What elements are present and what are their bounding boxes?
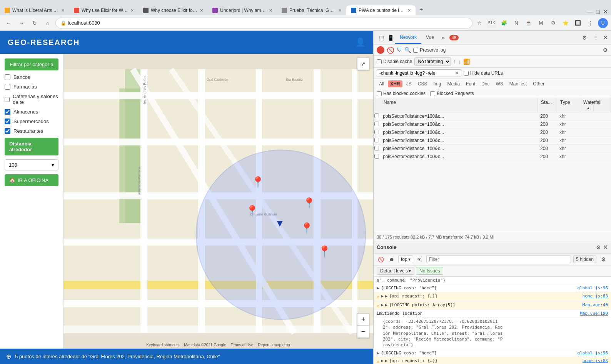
- almacenes-checkbox[interactable]: [5, 109, 10, 115]
- disable-cache-input[interactable]: [377, 59, 382, 64]
- console-link-6[interactable]: global.js:96: [578, 350, 608, 356]
- tab-close-3[interactable]: ✕: [200, 8, 203, 13]
- preserve-log-input[interactable]: [413, 48, 418, 53]
- console-arrow-6[interactable]: ▶: [377, 350, 379, 356]
- tab-close-4[interactable]: ✕: [269, 8, 272, 13]
- network-row-2[interactable]: poisSector?distance=100&c... 200 xhr: [374, 129, 611, 137]
- preserve-log-checkbox[interactable]: Preserve log: [413, 47, 446, 53]
- network-row-1[interactable]: poisSector?distance=100&c... 200 xhr: [374, 120, 611, 129]
- map-marker-3[interactable]: 📍: [302, 197, 316, 210]
- more-icon[interactable]: ⋮: [586, 18, 595, 28]
- filter-all[interactable]: All: [377, 80, 386, 87]
- network-settings-icon[interactable]: ⚙: [603, 47, 608, 53]
- filter-manifest[interactable]: Manifest: [507, 80, 529, 87]
- supermercados-checkbox[interactable]: [5, 119, 10, 124]
- distance-button[interactable]: Distancia alrededor: [5, 138, 58, 155]
- tab-2[interactable]: Why use Elixir for Web Dev... ✕: [69, 5, 139, 15]
- filter-font[interactable]: Font: [464, 80, 477, 87]
- nav-icon-3[interactable]: ☕: [524, 18, 533, 28]
- row-check-5[interactable]: [374, 153, 381, 160]
- keyboard-shortcuts-link[interactable]: Keyboard shortcuts: [146, 343, 179, 347]
- tab-close-1[interactable]: ✕: [61, 8, 65, 13]
- console-expand-2b[interactable]: ▶: [385, 293, 388, 299]
- terms-link[interactable]: Terms of Use: [230, 343, 253, 347]
- category-cafeterias[interactable]: Cafeterias y salones de te: [5, 94, 58, 105]
- search-button[interactable]: 🔍: [404, 47, 411, 53]
- console-eye-button[interactable]: 👁: [416, 255, 424, 264]
- console-link-3[interactable]: Map.vue:40: [583, 302, 608, 308]
- map-expand-button[interactable]: ⤢: [357, 58, 369, 70]
- devtools-more-tabs[interactable]: »: [439, 33, 448, 42]
- tab-1[interactable]: What is Liberal Arts Educati... ✕: [0, 5, 69, 15]
- filter-clear-icon[interactable]: ✕: [455, 70, 459, 76]
- filter-button[interactable]: ⛉: [397, 47, 402, 53]
- restore-icon[interactable]: □: [596, 8, 600, 15]
- minimize-icon[interactable]: —: [587, 8, 593, 15]
- console-settings-btn[interactable]: ⚙: [599, 255, 608, 264]
- console-close-button[interactable]: ✕: [603, 244, 608, 251]
- hide-data-urls-checkbox[interactable]: Hide data URLs: [464, 70, 503, 76]
- console-link-2[interactable]: home.js:83: [583, 293, 608, 299]
- farmacias-checkbox[interactable]: [5, 84, 10, 90]
- map-marker-1[interactable]: 📍: [251, 176, 265, 189]
- disable-cache-checkbox[interactable]: Disable cache: [377, 59, 412, 64]
- console-arrow-1[interactable]: ▶: [377, 285, 379, 291]
- filter-js[interactable]: JS: [404, 80, 414, 87]
- reload-button[interactable]: ↻: [29, 18, 40, 28]
- tab-close-5[interactable]: ✕: [338, 8, 342, 13]
- nav-icon-6[interactable]: ⭐: [561, 18, 570, 28]
- address-bar[interactable]: 🔒 localhost:8080: [55, 18, 472, 28]
- clear-button[interactable]: 🚫: [387, 47, 394, 54]
- network-row-5[interactable]: poisSector?distance=100&c... 200 xhr: [374, 153, 611, 161]
- map-marker-5[interactable]: 📍: [318, 245, 331, 258]
- devtools-close-button[interactable]: ✕: [603, 34, 608, 41]
- filter-xhr[interactable]: XHR: [388, 80, 402, 87]
- close-window-icon[interactable]: ✕: [603, 8, 608, 15]
- distance-select[interactable]: 100 ▾: [5, 159, 58, 170]
- zoom-out-button[interactable]: −: [357, 326, 369, 338]
- extension-icon[interactable]: 51K: [487, 18, 496, 28]
- console-expand-2[interactable]: ▶: [381, 293, 384, 299]
- devtools-settings-icon[interactable]: ⚙: [580, 33, 589, 42]
- home-button[interactable]: ⌂: [42, 18, 53, 28]
- has-blocked-cookies-checkbox[interactable]: Has blocked cookies: [377, 91, 426, 96]
- network-row-3[interactable]: poisSector?distance=100&c... 200 xhr: [374, 137, 611, 145]
- console-link-7[interactable]: home.js:83: [583, 358, 608, 364]
- throttling-select[interactable]: No throttling: [414, 57, 451, 66]
- tab-network[interactable]: Network: [395, 32, 421, 44]
- network-row-4[interactable]: poisSector?distance=100&c... 200 xhr: [374, 145, 611, 153]
- no-issues-button[interactable]: No Issues: [416, 267, 443, 275]
- user-icon[interactable]: 👤: [355, 37, 366, 47]
- bancos-checkbox[interactable]: [5, 74, 10, 80]
- tab-6[interactable]: PWA de puntos de interés ... ✕: [346, 5, 416, 15]
- row-check-0[interactable]: [374, 113, 381, 120]
- bookmark-icon[interactable]: ☆: [475, 18, 484, 28]
- office-button[interactable]: 🏠 IR A OFICINA: [5, 174, 58, 186]
- hide-data-urls-input[interactable]: [464, 71, 469, 76]
- category-bancos[interactable]: Bancos: [5, 74, 58, 80]
- map-marker-4[interactable]: 📍: [300, 222, 314, 235]
- back-button[interactable]: ←: [3, 18, 14, 28]
- row-check-1[interactable]: [374, 121, 381, 128]
- console-filter-input[interactable]: [426, 255, 571, 263]
- console-record-button[interactable]: ⏺: [387, 255, 396, 264]
- user-avatar[interactable]: U: [598, 18, 608, 28]
- blocked-requests-input[interactable]: [430, 91, 435, 96]
- restaurantes-checkbox[interactable]: [5, 128, 10, 134]
- category-restaurantes[interactable]: Restaurantes: [5, 128, 58, 134]
- filter-img[interactable]: Img: [431, 80, 443, 87]
- console-settings-icon[interactable]: ⚙: [594, 243, 603, 252]
- category-almacenes[interactable]: Almacenes: [5, 109, 58, 115]
- nav-icon-7[interactable]: 🔲: [573, 18, 583, 28]
- tab-vue[interactable]: Vue: [421, 32, 439, 44]
- report-link[interactable]: Report a map error: [258, 343, 290, 347]
- extensions-icon[interactable]: 🧩: [499, 18, 509, 28]
- console-expand-7[interactable]: ▶: [381, 358, 384, 364]
- row-check-2[interactable]: [374, 129, 381, 136]
- filter-doc[interactable]: Doc: [479, 80, 492, 87]
- network-row-0[interactable]: poisSector?distance=100&c... 200 xhr: [374, 112, 611, 120]
- devtools-device-icon[interactable]: 📱: [386, 33, 395, 42]
- nav-icon-4[interactable]: M: [536, 18, 546, 28]
- cafeterias-checkbox[interactable]: [5, 97, 10, 102]
- nav-icon-2[interactable]: N: [512, 18, 521, 28]
